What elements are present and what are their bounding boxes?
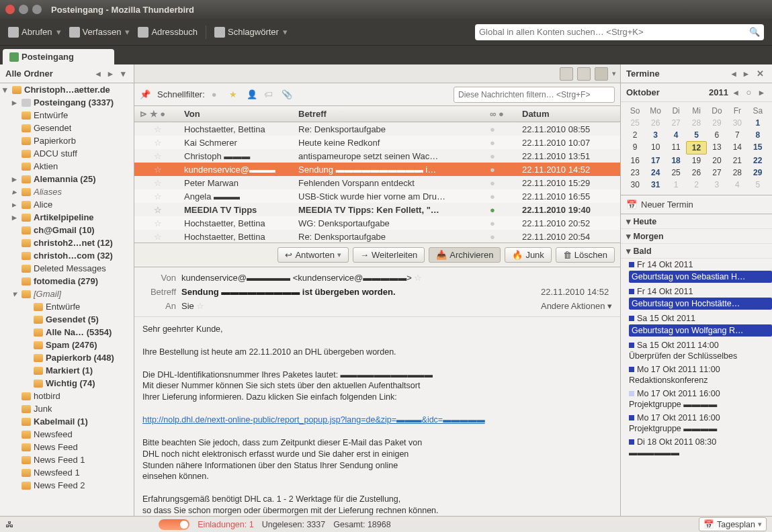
mail-row[interactable]: ☆MEEDIA TV TippsMEEDIA TV Tipps: Ken Fol… bbox=[134, 203, 620, 216]
folder-item[interactable]: christoh…com (32) bbox=[0, 249, 134, 262]
folder-item[interactable]: Spam (2476) bbox=[0, 339, 134, 351]
folder-item[interactable]: Junk bbox=[0, 402, 134, 415]
status-invites[interactable]: Einladungen: 1 bbox=[198, 520, 253, 529]
mail-row[interactable]: ☆Hochstaetter, BettinaRe: Denksportaufga… bbox=[134, 122, 620, 136]
mail-row[interactable]: ☆Hochstaetter, BettinaWG: Denksportaufga… bbox=[134, 216, 620, 230]
calendar-day[interactable]: 27 bbox=[707, 167, 727, 179]
calendar-day[interactable]: 26 bbox=[686, 167, 706, 179]
folder-item[interactable]: christoh2…net (12) bbox=[0, 236, 134, 249]
calendar-day[interactable]: 13 bbox=[707, 141, 727, 154]
calendar-day[interactable]: 9 bbox=[625, 141, 645, 154]
agenda-item[interactable]: Fr 14 Okt 2011Geburtstag von Hochstätte… bbox=[621, 285, 772, 312]
calendar-day[interactable]: 2 bbox=[625, 129, 645, 141]
agenda-section[interactable]: Heute bbox=[621, 214, 772, 229]
agenda-item[interactable]: Mo 17 Okt 2011 11:00Redaktionskonferenz bbox=[621, 363, 772, 388]
online-icon[interactable]: 🖧 bbox=[5, 520, 14, 529]
star-icon[interactable]: ☆ bbox=[154, 178, 162, 188]
calendar-day[interactable]: 29 bbox=[707, 117, 727, 129]
calendar-day[interactable]: 8 bbox=[748, 129, 768, 141]
calendar-day[interactable]: 4 bbox=[666, 129, 686, 141]
agenda-item[interactable]: Sa 15 Okt 2011 14:00Überprüfen der Schlü… bbox=[621, 339, 772, 363]
mail-row[interactable]: ☆Christoph ▬▬▬antispameurope setzt seine… bbox=[134, 149, 620, 163]
mail-row[interactable]: ☆Angela ▬▬▬USB-Stick wurde hier vorne am… bbox=[134, 189, 620, 203]
folder-item[interactable]: News Feed 2 bbox=[0, 479, 134, 492]
minimize-icon[interactable] bbox=[19, 5, 28, 14]
forward-button[interactable]: → Weiterleiten bbox=[353, 247, 425, 263]
star-icon[interactable]: ☆ bbox=[154, 218, 162, 228]
folder-item[interactable]: ADCU stuff bbox=[0, 147, 134, 160]
junk-button[interactable]: 🔥 Junk bbox=[505, 247, 551, 263]
folder-item[interactable]: Gesendet bbox=[0, 122, 134, 134]
star-icon[interactable]: ☆ bbox=[414, 273, 422, 283]
new-event-row[interactable]: 📅 Neuer Termin bbox=[621, 195, 772, 214]
unread-filter-icon[interactable]: ● bbox=[212, 89, 222, 100]
view-classic-icon[interactable] bbox=[560, 67, 573, 81]
folder-item[interactable]: Newsfeed bbox=[0, 428, 134, 441]
folder-item[interactable]: News Feed 1 bbox=[0, 453, 134, 466]
chevron-down-icon[interactable]: ▾ bbox=[612, 69, 616, 78]
mail-row[interactable]: ☆Kai SchmererHeute keine Redkonf●22.11.2… bbox=[134, 136, 620, 149]
calendar-day[interactable]: 30 bbox=[727, 117, 747, 129]
global-search[interactable]: 🔍 bbox=[475, 24, 764, 40]
calendar-day[interactable]: 2 bbox=[686, 179, 706, 191]
calendar-day[interactable]: 7 bbox=[727, 129, 747, 141]
calendar-day[interactable]: 4 bbox=[727, 179, 747, 191]
calendar-day[interactable]: 22 bbox=[748, 154, 768, 167]
folder-item[interactable]: Kabelmail (1) bbox=[0, 415, 134, 428]
calendar-day[interactable]: 20 bbox=[707, 154, 727, 167]
archive-button[interactable]: 📥 Archivieren bbox=[429, 247, 501, 263]
calendar-day[interactable]: 30 bbox=[625, 179, 645, 191]
star-filter-icon[interactable]: ★ bbox=[229, 89, 240, 100]
folder-item[interactable]: Newsfeed 1 bbox=[0, 466, 134, 479]
calendar-day[interactable]: 26 bbox=[645, 117, 665, 129]
agenda-item[interactable]: Fr 14 Okt 2011Geburtstag von Sebastian H… bbox=[621, 259, 772, 285]
calendar-day[interactable]: 18 bbox=[666, 154, 686, 167]
folder-item[interactable]: Alle Na… (5354) bbox=[0, 326, 134, 339]
fetch-button[interactable]: Abrufen bbox=[8, 27, 61, 38]
folder-item[interactable]: ▸Posteingang (3337) bbox=[0, 96, 134, 109]
mail-row[interactable]: ☆kundenservice@▬▬▬Sendung ▬▬▬▬▬▬▬▬▬▬ i…●… bbox=[134, 163, 620, 176]
calendar-day[interactable]: 16 bbox=[625, 154, 645, 167]
agenda-item[interactable]: Sa 15 Okt 2011Geburtstag von Wolfgang R… bbox=[621, 312, 772, 339]
agenda-list[interactable]: HeuteMorgenBaldFr 14 Okt 2011Geburtstag … bbox=[621, 214, 772, 516]
tracking-link[interactable]: http://nolp.dhl.de/nextt-online-public/r… bbox=[142, 415, 485, 425]
tag-filter-icon[interactable]: 🏷 bbox=[264, 89, 275, 100]
folder-item[interactable]: ▾Christoph…aetter.de bbox=[0, 83, 134, 96]
calendar-day[interactable]: 5 bbox=[686, 129, 706, 141]
calendar-day[interactable]: 1 bbox=[666, 179, 686, 191]
folder-item[interactable]: fotomedia (279) bbox=[0, 275, 134, 287]
pin-icon[interactable]: 📌 bbox=[140, 89, 151, 99]
tab-inbox[interactable]: Posteingang bbox=[3, 49, 114, 64]
calendar-day[interactable]: 12 bbox=[686, 141, 706, 154]
folder-item[interactable]: Entwürfe bbox=[0, 109, 134, 122]
calendar-day[interactable]: 3 bbox=[707, 179, 727, 191]
folder-item[interactable]: ▸Aliases bbox=[0, 185, 134, 198]
calendar-day[interactable]: 3 bbox=[645, 129, 665, 141]
addressbook-button[interactable]: Adressbuch bbox=[138, 27, 198, 38]
view-wide-icon[interactable] bbox=[577, 67, 591, 81]
other-actions-menu[interactable]: Andere Aktionen ▾ bbox=[541, 301, 612, 311]
toggle-switch[interactable] bbox=[159, 519, 189, 530]
calendar-day[interactable]: 21 bbox=[727, 154, 747, 167]
col-subject[interactable]: Betreff bbox=[296, 109, 490, 119]
star-icon[interactable]: ☆ bbox=[154, 191, 162, 202]
mail-row[interactable]: ☆Peter MarwanFehlenden Vorspann entdeckt… bbox=[134, 176, 620, 189]
agenda-section[interactable]: Morgen bbox=[621, 229, 772, 244]
folder-tree[interactable]: ▾Christoph…aetter.de▸Posteingang (3337)E… bbox=[0, 83, 134, 516]
close-icon[interactable] bbox=[5, 5, 15, 14]
folder-item[interactable]: Papierkorb (448) bbox=[0, 351, 134, 364]
col-from[interactable]: Von bbox=[181, 109, 296, 119]
agenda-item[interactable]: Mo 17 Okt 2011 16:00Projektgruppe ▬▬▬▬ bbox=[621, 388, 772, 412]
star-icon[interactable]: ☆ bbox=[154, 151, 162, 161]
calendar-day[interactable]: 10 bbox=[645, 141, 665, 154]
calendar-day[interactable]: 28 bbox=[727, 167, 747, 179]
folder-item[interactable]: Gesendet (5) bbox=[0, 313, 134, 326]
calendar-day[interactable]: 23 bbox=[625, 167, 645, 179]
star-icon[interactable]: ☆ bbox=[196, 301, 204, 311]
mail-row[interactable]: ☆Hochstaetter, BettinaRe: Denksportaufga… bbox=[134, 230, 620, 243]
tags-button[interactable]: Schlagwörter bbox=[214, 27, 288, 38]
calendar-day[interactable]: 1 bbox=[748, 117, 768, 129]
calendar-day[interactable]: 31 bbox=[645, 179, 665, 191]
filter-box[interactable] bbox=[454, 87, 615, 103]
calendar-day[interactable]: 27 bbox=[666, 117, 686, 129]
